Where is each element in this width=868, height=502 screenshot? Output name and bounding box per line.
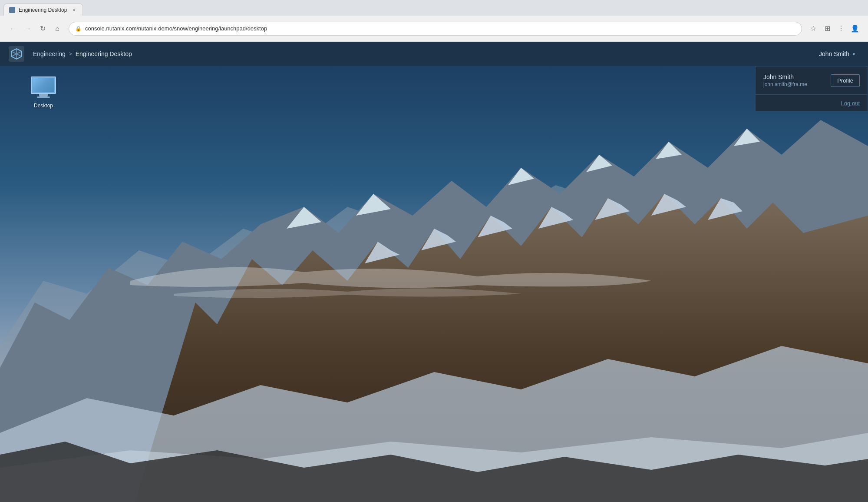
- forward-button[interactable]: →: [22, 23, 34, 35]
- address-bar[interactable]: [85, 25, 795, 32]
- breadcrumb-current: Engineering Desktop: [76, 50, 132, 57]
- user-menu-button[interactable]: John Smith ▾: [815, 48, 859, 60]
- mountain-background: [0, 42, 868, 502]
- browser-tab[interactable]: Engineering Desktop ×: [3, 3, 83, 16]
- top-navigation: Engineering > Engineering Desktop John S…: [0, 42, 868, 66]
- desktop-icon-label: Desktop: [34, 103, 53, 109]
- breadcrumb-separator: >: [69, 51, 72, 57]
- desktop-area: Engineering > Engineering Desktop John S…: [0, 42, 868, 502]
- reload-button[interactable]: ↻: [36, 23, 49, 35]
- chevron-down-icon: ▾: [853, 52, 855, 57]
- logout-button[interactable]: Log out: [841, 100, 860, 106]
- bookmark-button[interactable]: ☆: [807, 23, 819, 35]
- profile-avatar-button[interactable]: 👤: [849, 23, 861, 35]
- dropdown-user-name: John Smith: [763, 73, 807, 80]
- user-name-label: John Smith: [819, 50, 849, 57]
- monitor-icon: [30, 76, 57, 100]
- monitor-screen: [31, 76, 56, 94]
- home-button[interactable]: ⌂: [51, 23, 63, 35]
- dropdown-user-info: John Smith john.smith@fra.me Profile: [756, 66, 868, 95]
- extensions-button[interactable]: ⊞: [821, 23, 833, 35]
- browser-toolbar: ← → ↻ ⌂ 🔒 ☆ ⊞ ⋮ 👤: [0, 16, 868, 42]
- settings-button[interactable]: ⋮: [835, 23, 847, 35]
- user-dropdown-menu: John Smith john.smith@fra.me Profile Log…: [755, 66, 868, 112]
- nav-buttons: ← → ↻ ⌂: [7, 23, 63, 35]
- desktop-icon[interactable]: Desktop: [26, 76, 61, 109]
- nutanix-logo: [9, 46, 24, 62]
- lock-icon: 🔒: [75, 26, 82, 32]
- profile-button[interactable]: Profile: [831, 74, 860, 87]
- breadcrumb-root[interactable]: Engineering: [33, 50, 66, 57]
- tab-title: Engineering Desktop: [19, 7, 67, 13]
- browser-action-buttons: ☆ ⊞ ⋮ 👤: [807, 23, 861, 35]
- tab-close-button[interactable]: ×: [70, 7, 77, 13]
- tab-favicon: [9, 7, 15, 13]
- back-button[interactable]: ←: [7, 23, 19, 35]
- dropdown-logout-section: Log out: [756, 95, 868, 111]
- monitor-base: [37, 96, 50, 98]
- dropdown-user-email: john.smith@fra.me: [763, 81, 807, 87]
- dropdown-user-details: John Smith john.smith@fra.me: [763, 73, 807, 87]
- address-bar-container[interactable]: 🔒: [69, 22, 802, 36]
- breadcrumb: Engineering > Engineering Desktop: [33, 50, 132, 57]
